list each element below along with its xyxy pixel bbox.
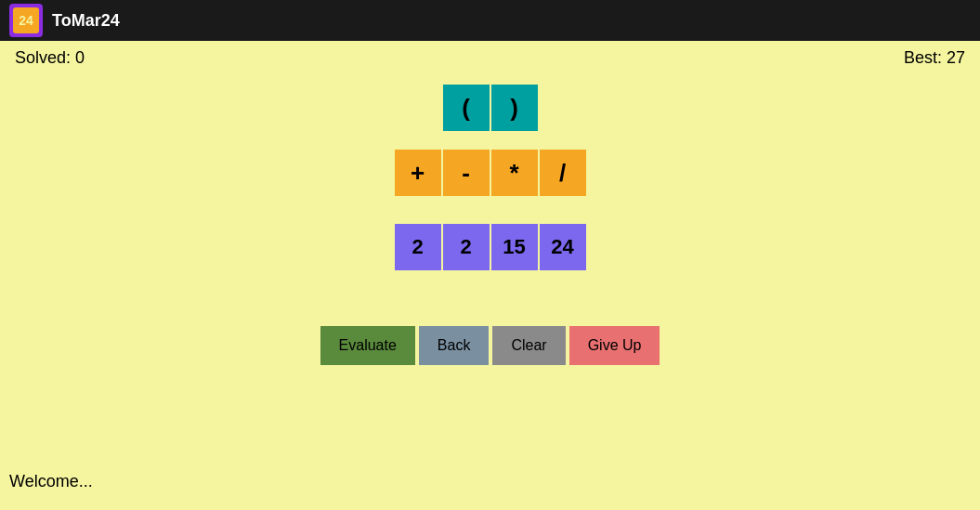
header: 24 ToMar24 [0, 0, 980, 41]
divide-button[interactable]: / [540, 150, 586, 196]
number-button-4[interactable]: 24 [540, 224, 586, 270]
numbers-row: 2 2 15 24 [395, 224, 586, 270]
app-icon-inner: 24 [13, 7, 39, 33]
number-button-1[interactable]: 2 [395, 224, 441, 270]
giveup-button[interactable]: Give Up [569, 326, 660, 365]
multiply-button[interactable]: * [491, 150, 538, 196]
app-icon: 24 [9, 4, 43, 37]
stats-bar: Solved: 0 Best: 27 [0, 41, 980, 75]
parentheses-row: ( ) [443, 85, 538, 131]
close-paren-button[interactable]: ) [491, 85, 538, 131]
evaluate-button[interactable]: Evaluate [320, 326, 415, 365]
minus-button[interactable]: - [443, 150, 490, 196]
main-content: ( ) + - * / 2 2 15 24 Evaluate Back Clea… [0, 75, 980, 384]
app-icon-text: 24 [19, 13, 33, 28]
operators-row: + - * / [395, 150, 586, 196]
status-text: Welcome... [9, 472, 93, 491]
number-button-2[interactable]: 2 [443, 224, 490, 270]
back-button[interactable]: Back [419, 326, 490, 365]
open-paren-button[interactable]: ( [443, 85, 490, 131]
app-title: ToMar24 [52, 11, 120, 31]
clear-button[interactable]: Clear [492, 326, 565, 365]
number-button-3[interactable]: 15 [491, 224, 538, 270]
solved-count: Solved: 0 [15, 48, 85, 68]
actions-row: Evaluate Back Clear Give Up [320, 326, 660, 365]
plus-button[interactable]: + [395, 150, 441, 196]
best-score: Best: 27 [904, 48, 965, 68]
